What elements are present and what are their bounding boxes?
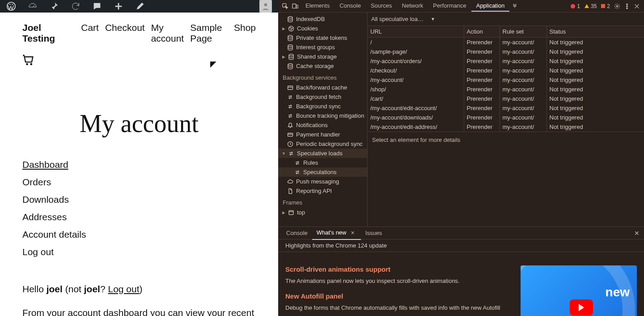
svg-point-12 <box>292 28 292 29</box>
pin-icon[interactable] <box>49 1 59 11</box>
account-nav: DashboardOrdersDownloadsAddressesAccount… <box>0 159 278 257</box>
disclosure-triangle-icon[interactable]: ▶ <box>282 55 285 59</box>
edit-icon[interactable] <box>135 1 145 11</box>
table-row[interactable]: /checkout/Prerendermy-account/Not trigge… <box>368 66 644 75</box>
close-tab-icon[interactable]: × <box>349 228 356 237</box>
error-count[interactable]: 1 <box>571 3 580 9</box>
tree-item-shared-storage[interactable]: ▶Shared storage <box>278 52 367 61</box>
disclosure-triangle-icon[interactable]: ▶ <box>282 210 285 215</box>
account-nav-addresses[interactable]: Addresses <box>22 212 256 222</box>
tree-item-rules[interactable]: Rules <box>278 158 367 167</box>
tree-item-speculations[interactable]: Speculations <box>278 167 367 177</box>
whats-new-video[interactable]: new <box>521 265 637 316</box>
gauge-icon[interactable] <box>28 1 38 11</box>
table-row[interactable]: /sample-page/Prerendermy-account/Not tri… <box>368 47 644 56</box>
logout-link[interactable]: Log out <box>108 284 139 294</box>
site-title[interactable]: Joel Testing <box>22 22 68 44</box>
tree-item-label: Payment handler <box>296 131 340 138</box>
tree-item-top[interactable]: ▶top <box>278 208 367 217</box>
close-devtools-icon[interactable] <box>632 2 641 11</box>
col-status[interactable]: Status <box>547 26 644 38</box>
device-toggle-icon[interactable] <box>291 2 300 11</box>
issue-count[interactable]: 2 <box>601 3 610 9</box>
tree-item-speculative-loads[interactable]: ▼Speculative loads <box>278 149 367 158</box>
devtools-tab-performance[interactable]: Performance <box>428 0 471 12</box>
col-url[interactable]: URL <box>368 26 464 38</box>
devtools-tab-network[interactable]: Network <box>397 0 428 12</box>
nav-sample-page[interactable]: Sample Page <box>190 22 228 44</box>
warning-count[interactable]: 35 <box>585 3 597 9</box>
devtools-tab-elements[interactable]: Elements <box>301 0 335 12</box>
tree-item-indexeddb[interactable]: IndexedDB <box>278 14 367 24</box>
account-nav-downloads[interactable]: Downloads <box>22 194 256 205</box>
table-row[interactable]: /my-account/orders/Prerendermy-account/N… <box>368 56 644 66</box>
inspect-icon[interactable] <box>281 2 290 11</box>
table-row[interactable]: /cart/Prerendermy-account/Not triggered <box>368 94 644 103</box>
account-nav-account-details[interactable]: Account details <box>22 229 256 240</box>
cell-status: Not triggered <box>547 75 644 85</box>
disclosure-triangle-icon[interactable]: ▶ <box>282 26 285 31</box>
gear-icon[interactable] <box>613 2 622 11</box>
tree-item-cookies[interactable]: ▶Cookies <box>278 24 367 33</box>
cart-icon[interactable] <box>22 60 35 68</box>
refresh-icon[interactable] <box>71 1 80 11</box>
table-row[interactable]: /my-account/edit-address/Prerendermy-acc… <box>368 122 644 132</box>
account-nav-orders[interactable]: Orders <box>22 177 256 188</box>
drawer-tab-issues[interactable]: Issues <box>361 226 387 240</box>
tree-item-periodic-background-sync[interactable]: Periodic background sync <box>278 139 367 149</box>
speculative-loads-panel: All speculative loa… ▼ URLActionRule set… <box>368 13 644 226</box>
tree-item-back-forward-cache[interactable]: Back/forward cache <box>278 83 367 92</box>
svg-point-1 <box>264 3 267 6</box>
wordpress-logo-icon[interactable] <box>6 1 16 11</box>
table-row[interactable]: /shop/Prerendermy-account/Not triggered <box>368 85 644 94</box>
devtools-tab-sources[interactable]: Sources <box>366 0 397 12</box>
cell-action: Prerender <box>464 122 500 132</box>
tree-item-label: Private state tokens <box>296 34 347 41</box>
table-row[interactable]: /my-account/downloads/Prerendermy-accoun… <box>368 113 644 122</box>
warning-count-value: 35 <box>591 3 597 9</box>
drawer-tab-label: Console <box>286 230 308 236</box>
kebab-icon[interactable] <box>623 2 631 11</box>
col-rule-set[interactable]: Rule set <box>500 26 547 38</box>
svg-point-14 <box>288 35 292 37</box>
cell-rule: my-account/ <box>500 66 547 75</box>
devtools-tab-application[interactable]: Application <box>471 0 510 12</box>
tree-item-payment-handler[interactable]: Payment handler <box>278 130 367 139</box>
nav-checkout[interactable]: Checkout <box>105 22 145 44</box>
account-nav-log-out[interactable]: Log out <box>22 247 256 257</box>
cell-status: Not triggered <box>547 94 644 103</box>
more-tabs-icon[interactable] <box>510 2 519 11</box>
comment-icon[interactable] <box>92 1 102 11</box>
tree-item-background-fetch[interactable]: Background fetch <box>278 92 367 102</box>
drawer-tab-console[interactable]: Console <box>282 226 312 240</box>
tree-item-private-state-tokens[interactable]: Private state tokens <box>278 33 367 43</box>
user-avatar[interactable] <box>259 0 272 13</box>
wordpress-page: Joel Testing CartCheckoutMy accountSampl… <box>0 0 278 316</box>
filter-select[interactable]: All speculative loa… ▼ <box>371 16 435 22</box>
plus-icon[interactable] <box>114 1 123 11</box>
application-sidebar: IndexedDB▶CookiesPrivate state tokensInt… <box>278 13 368 226</box>
cell-rule: my-account/ <box>500 47 547 56</box>
drawer-tab-label: Issues <box>365 230 382 236</box>
tree-item-notifications[interactable]: Notifications <box>278 120 367 130</box>
tree-item-reporting-api[interactable]: Reporting API <box>278 186 367 196</box>
col-action[interactable]: Action <box>464 26 500 38</box>
nav-shop[interactable]: Shop <box>234 22 256 44</box>
nav-my-account[interactable]: My account <box>151 22 184 44</box>
nav-cart[interactable]: Cart <box>81 22 99 44</box>
table-row[interactable]: /my-account/edit-account/Prerendermy-acc… <box>368 103 644 113</box>
disclosure-triangle-icon[interactable]: ▼ <box>282 151 285 156</box>
arrows-icon <box>294 160 301 166</box>
drawer-tab-what-s-new[interactable]: What's new× <box>312 226 361 240</box>
table-row[interactable]: /my-account/Prerendermy-account/Not trig… <box>368 75 644 85</box>
tree-item-interest-groups[interactable]: Interest groups <box>278 43 367 52</box>
tree-item-label: Cookies <box>297 25 318 32</box>
close-drawer-icon[interactable]: ✕ <box>632 229 641 238</box>
tree-item-push-messaging[interactable]: Push messaging <box>278 177 367 186</box>
tree-item-bounce-tracking-mitigation[interactable]: Bounce tracking mitigation <box>278 111 367 120</box>
account-nav-dashboard[interactable]: Dashboard <box>22 159 256 170</box>
tree-item-cache-storage[interactable]: Cache storage <box>278 61 367 71</box>
table-row[interactable]: /Prerendermy-account/Not triggered <box>368 38 644 47</box>
devtools-tab-console[interactable]: Console <box>335 0 366 12</box>
tree-item-background-sync[interactable]: Background sync <box>278 102 367 111</box>
